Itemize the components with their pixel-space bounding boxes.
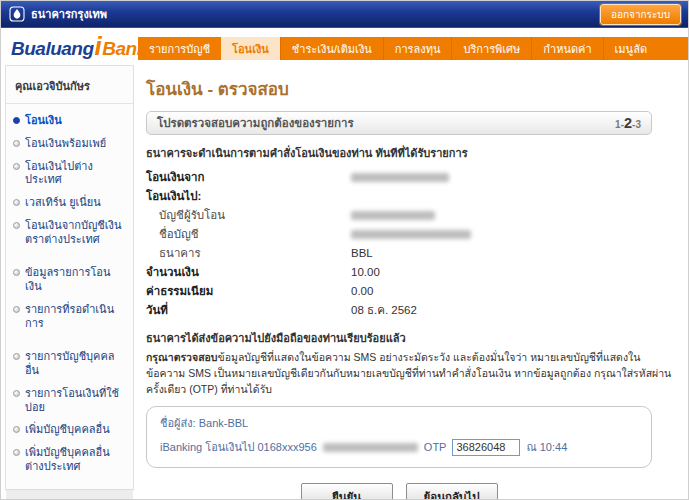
- top-bar: ธนาคารกรุงเทพ ออกจากระบบ: [1, 1, 688, 28]
- detail-value: BBL: [351, 244, 373, 263]
- action-buttons: ยืนยัน ย้อนกลับไป: [146, 483, 652, 500]
- bullet-icon: [13, 390, 20, 397]
- lotus-logo-icon: [9, 6, 25, 22]
- bank-name: ธนาคารกรุงเทพ: [31, 5, 107, 23]
- detail-label: ชื่อบัญชี: [146, 225, 351, 244]
- detail-row: ธนาคารBBL: [146, 244, 674, 263]
- logo-letter-i: i: [95, 31, 102, 61]
- detail-value: [351, 225, 471, 244]
- logout-button[interactable]: ออกจากระบบ: [600, 4, 681, 25]
- step-header-bar: โปรดตรวจสอบความถูกต้องของรายการ 1-2-3: [146, 111, 652, 135]
- sidebar-item[interactable]: รายการโอนเงินที่ใช้บ่อย: [13, 387, 126, 415]
- detail-value: 08 ธ.ค. 2562: [351, 301, 417, 320]
- nav-tab-pay-topup[interactable]: ชำระเงิน/เติมเงิน: [280, 37, 383, 60]
- bullet-icon: [13, 140, 20, 147]
- sidebar-item[interactable]: เพิ่มบัญชีบุคคลอื่น: [13, 423, 126, 437]
- sidebar: คุณเอวจิบันกัษร โอนเงินโอนเงินพร้อมเพย์โ…: [5, 65, 134, 495]
- detail-value: 10.00: [351, 263, 380, 282]
- detail-row: โอนเงินไป:: [146, 187, 674, 206]
- back-button[interactable]: ย้อนกลับไป: [406, 483, 498, 500]
- sms-preview-box: ชื่อผู้ส่ง: Bank-BBL iBanking โอนเงินไป …: [146, 406, 652, 468]
- redacted-value: [351, 230, 471, 239]
- customer-name: คุณเอวจิบันกัษร: [6, 66, 133, 104]
- sidebar-link[interactable]: โอนเงินพร้อมเพย์: [25, 137, 106, 151]
- nav-tab-transfer[interactable]: โอนเงิน: [221, 37, 280, 60]
- sidebar-link[interactable]: โอนเงินจากบัญชีเงินตราต่างประเทศ: [25, 219, 126, 247]
- current-step: 2: [624, 115, 632, 131]
- sidebar-link[interactable]: เพิ่มบัญชีบุคคลอื่น: [25, 423, 110, 437]
- sidebar-item[interactable]: โอนเงิน: [13, 114, 126, 128]
- confirm-button[interactable]: ยืนยัน: [301, 483, 393, 500]
- page: ธนาคารกรุงเทพ ออกจากระบบ BualuangiBankin…: [0, 0, 689, 500]
- sms-sent-note: ธนาคารได้ส่งข้อความไปยังมือถือของท่านเรี…: [146, 329, 674, 347]
- detail-label: จำนวนเงิน: [146, 263, 351, 282]
- detail-label: โอนเงินจาก: [146, 168, 351, 187]
- detail-value: [351, 206, 435, 225]
- bullet-icon: [13, 117, 20, 124]
- sidebar-item[interactable]: เพิ่มบัญชีบุคคลอื่นต่างประเทศ: [13, 446, 126, 474]
- bullet-icon: [13, 222, 20, 229]
- step-indicator: 1-2-3: [615, 115, 641, 131]
- sidebar-link[interactable]: โอนเงิน: [25, 114, 62, 128]
- otp-input[interactable]: [452, 439, 520, 456]
- sidebar-item[interactable]: โอนเงินไปต่างประเทศ: [13, 160, 126, 188]
- bank-brand: ธนาคารกรุงเทพ: [9, 5, 107, 23]
- intro-text: ธนาคารจะดำเนินการตามคำสั่งโอนเงินของท่าน…: [146, 144, 674, 162]
- sms-text: iBanking โอนเงินไป 0168xxx956: [160, 438, 317, 456]
- nav-tab-investment[interactable]: การลงทุน: [383, 37, 452, 60]
- detail-row: ชื่อบัญชี: [146, 225, 674, 244]
- sms-message-line: iBanking โอนเงินไป 0168xxx956 OTP ณ 10:4…: [160, 438, 638, 456]
- detail-row: ค่าธรรมเนียม0.00: [146, 282, 674, 301]
- nav-tab-special-services[interactable]: บริการพิเศษ: [451, 37, 531, 60]
- detail-label: บัญชีผู้รับโอน: [146, 206, 351, 225]
- sidebar-item[interactable]: โอนเงินจากบัญชีเงินตราต่างประเทศ: [13, 219, 126, 247]
- bullet-icon: [13, 269, 20, 276]
- detail-row: วันที่08 ธ.ค. 2562: [146, 301, 674, 320]
- detail-label: โอนเงินไป:: [146, 187, 351, 206]
- sidebar-link[interactable]: รายการที่รอดำเนินการ: [25, 303, 126, 331]
- sidebar-link[interactable]: รายการบัญชีบุคคลอื่น: [25, 350, 126, 378]
- detail-row: โอนเงินจาก: [146, 168, 674, 187]
- redacted-account-value: [323, 443, 418, 452]
- body-row: คุณเอวจิบันกัษร โอนเงินโอนเงินพร้อมเพย์โ…: [1, 63, 688, 500]
- detail-row: จำนวนเงิน10.00: [146, 263, 674, 282]
- sidebar-item[interactable]: รายการที่รอดำเนินการ: [13, 303, 126, 331]
- brand-nav-row: BualuangiBanking รายการบัญชีโอนเงินชำระเ…: [1, 28, 688, 63]
- sidebar-link[interactable]: ข้อมูลรายการโอนเงิน: [25, 266, 126, 294]
- bullet-icon: [13, 306, 20, 313]
- logo-word-bualuang: Bualuang: [11, 38, 94, 59]
- sidebar-link[interactable]: โอนเงินไปต่างประเทศ: [25, 160, 126, 188]
- main-content: โอนเงิน - ตรวจสอบ โปรดตรวจสอบความถูกต้อง…: [134, 63, 688, 500]
- detail-value: 0.00: [351, 282, 373, 301]
- bullet-icon: [13, 353, 20, 360]
- detail-label: ธนาคาร: [146, 244, 351, 263]
- step-header-text: โปรดตรวจสอบความถูกต้องของรายการ: [157, 114, 354, 132]
- sidebar-link[interactable]: เพิ่มบัญชีบุคคลอื่นต่างประเทศ: [25, 446, 126, 474]
- nav-tab-accounts[interactable]: รายการบัญชี: [138, 37, 221, 60]
- main-nav: รายการบัญชีโอนเงินชำระเงิน/เติมเงินการลง…: [138, 37, 688, 60]
- page-title: โอนเงิน - ตรวจสอบ: [146, 75, 674, 102]
- sidebar-item[interactable]: โอนเงินพร้อมเพย์: [13, 137, 126, 151]
- caution-text: กรุณาตรวจสอบข้อมูลบัญชีที่แสดงในข้อความ …: [146, 350, 674, 397]
- otp-label: OTP: [424, 441, 447, 453]
- sms-sender: ชื่อผู้ส่ง: Bank-BBL: [160, 414, 638, 432]
- sidebar-item[interactable]: เวสเทิร์น ยูเนี่ยน: [13, 196, 126, 210]
- detail-label: ค่าธรรมเนียม: [146, 282, 351, 301]
- detail-row: บัญชีผู้รับโอน: [146, 206, 674, 225]
- faq-row[interactable]: ถาม-ตอบ: [6, 489, 133, 500]
- sidebar-item[interactable]: ข้อมูลรายการโอนเงิน: [13, 266, 126, 294]
- transfer-details: โอนเงินจากโอนเงินไป:บัญชีผู้รับโอนชื่อบั…: [146, 168, 674, 320]
- redacted-value: [351, 211, 435, 220]
- sms-time: ณ 10:44: [526, 438, 567, 456]
- detail-label: วันที่: [146, 301, 351, 320]
- sidebar-link[interactable]: เวสเทิร์น ยูเนี่ยน: [25, 196, 101, 210]
- bullet-icon: [13, 426, 20, 433]
- sidebar-item[interactable]: รายการบัญชีบุคคลอื่น: [13, 350, 126, 378]
- sidebar-menu: โอนเงินโอนเงินพร้อมเพย์โอนเงินไปต่างประเ…: [6, 104, 133, 489]
- nav-tab-shortcut-menu[interactable]: เมนูลัด: [603, 37, 658, 60]
- detail-value: [351, 168, 449, 187]
- bullet-icon: [13, 199, 20, 206]
- nav-tab-settings[interactable]: กำหนดค่า: [531, 37, 602, 60]
- bullet-icon: [13, 163, 20, 170]
- sidebar-link[interactable]: รายการโอนเงินที่ใช้บ่อย: [25, 387, 126, 415]
